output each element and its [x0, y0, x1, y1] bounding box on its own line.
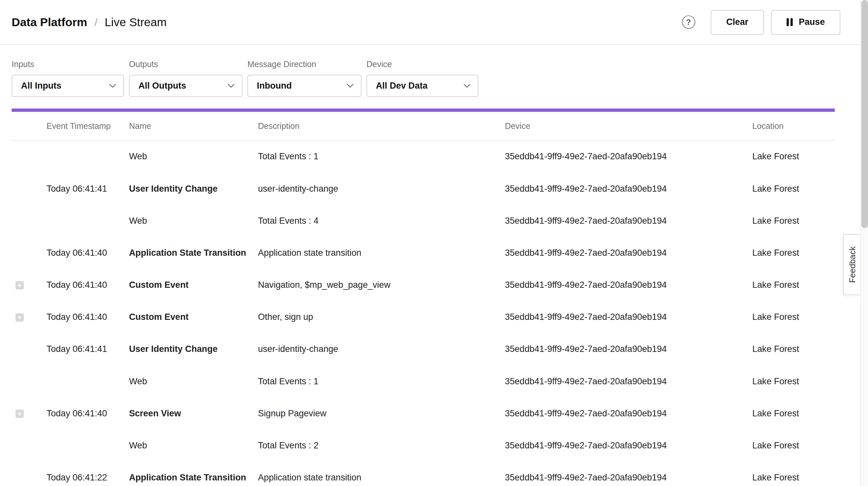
column-header-name: Name	[129, 121, 258, 131]
event-name: User Identity Change	[129, 184, 258, 193]
accent-bar	[12, 109, 835, 112]
expand-row-icon[interactable]: +	[16, 313, 24, 321]
event-timestamp: Today 06:41:40	[46, 408, 129, 418]
event-table-body: Web Total Events : 1 35eddb41-9ff9-49e2-…	[12, 141, 835, 486]
event-device-id: 35eddb41-9ff9-49e2-7aed-20afa90eb194	[505, 152, 752, 161]
outputs-select[interactable]: All Outputs	[129, 75, 242, 97]
column-header-timestamp: Event Timestamp	[46, 121, 129, 131]
help-icon[interactable]: ?	[682, 16, 695, 29]
event-device-id: 35eddb41-9ff9-49e2-7aed-20afa90eb194	[505, 441, 752, 450]
event-device-id: 35eddb41-9ff9-49e2-7aed-20afa90eb194	[505, 344, 752, 354]
event-description: Application state transition	[258, 473, 505, 482]
pause-button-label: Pause	[799, 17, 825, 27]
device-select-value: All Dev Data	[376, 81, 428, 91]
live-stream-table: Event Timestamp Name Description Device …	[12, 112, 835, 486]
page-title: Live Stream	[105, 16, 167, 29]
event-location: Lake Forest	[752, 312, 835, 322]
event-device-id: 35eddb41-9ff9-49e2-7aed-20afa90eb194	[505, 408, 752, 418]
table-row[interactable]: Today 06:41:41 User Identity Change user…	[12, 333, 835, 365]
device-select[interactable]: All Dev Data	[367, 75, 478, 97]
event-location: Lake Forest	[752, 473, 835, 482]
event-name: Screen View	[129, 408, 258, 418]
live-stream-page: Data Platform / Live Stream ? Clear Paus…	[0, 0, 868, 486]
event-name: Web	[129, 216, 258, 226]
expand-row-icon[interactable]: +	[16, 409, 24, 418]
chevron-down-icon	[463, 84, 471, 88]
event-location: Lake Forest	[752, 344, 835, 354]
filter-inputs-label: Inputs	[12, 59, 124, 69]
message-direction-select-value: Inbound	[257, 81, 292, 91]
filter-message-direction: Message Direction Inbound	[248, 59, 362, 97]
event-name: Custom Event	[129, 312, 258, 322]
event-description: Total Events : 2	[258, 441, 505, 450]
event-location: Lake Forest	[752, 248, 835, 258]
event-description: Total Events : 1	[258, 152, 505, 161]
table-row[interactable]: Web Total Events : 1 35eddb41-9ff9-49e2-…	[12, 141, 835, 173]
outputs-select-value: All Outputs	[138, 81, 186, 91]
table-row[interactable]: + Today 06:41:40 Custom Event Other, sig…	[12, 301, 835, 333]
event-description: user-identity-change	[258, 344, 505, 354]
event-device-id: 35eddb41-9ff9-49e2-7aed-20afa90eb194	[505, 184, 752, 193]
table-row[interactable]: Today 06:41:40 Application State Transit…	[12, 237, 835, 269]
event-name: Web	[129, 441, 258, 450]
chevron-down-icon	[228, 84, 235, 88]
pause-button[interactable]: Pause	[771, 10, 840, 35]
vertical-scrollbar[interactable]	[860, 0, 868, 486]
event-name: Custom Event	[129, 280, 258, 290]
scrollbar-thumb[interactable]	[862, 0, 868, 228]
breadcrumb: Data Platform / Live Stream	[12, 16, 167, 29]
table-row[interactable]: Web Total Events : 2 35eddb41-9ff9-49e2-…	[12, 429, 835, 461]
event-device-id: 35eddb41-9ff9-49e2-7aed-20afa90eb194	[505, 312, 752, 322]
event-location: Lake Forest	[752, 216, 835, 226]
event-device-id: 35eddb41-9ff9-49e2-7aed-20afa90eb194	[505, 473, 752, 482]
breadcrumb-data-platform[interactable]: Data Platform	[12, 16, 87, 29]
column-header-location: Location	[752, 121, 835, 131]
filter-device-label: Device	[367, 59, 478, 69]
event-location: Lake Forest	[752, 184, 835, 193]
filter-outputs: Outputs All Outputs	[129, 59, 242, 97]
filter-inputs: Inputs All Inputs	[12, 59, 124, 97]
expand-row-icon[interactable]: +	[16, 281, 24, 289]
event-location: Lake Forest	[752, 152, 835, 161]
table-row[interactable]: + Today 06:41:40 Custom Event Navigation…	[12, 269, 835, 301]
event-name: Application State Transition	[129, 248, 258, 258]
table-row[interactable]: Today 06:41:41 User Identity Change user…	[12, 173, 835, 205]
pause-icon	[786, 18, 793, 26]
event-description: Signup Pageview	[258, 408, 505, 418]
event-timestamp: Today 06:41:40	[46, 280, 129, 290]
chevron-down-icon	[347, 84, 354, 88]
event-device-id: 35eddb41-9ff9-49e2-7aed-20afa90eb194	[505, 280, 752, 290]
event-description: Application state transition	[258, 248, 505, 258]
event-timestamp: Today 06:41:22	[46, 473, 129, 482]
clear-button[interactable]: Clear	[711, 10, 764, 35]
event-device-id: 35eddb41-9ff9-49e2-7aed-20afa90eb194	[505, 376, 752, 386]
feedback-tab[interactable]: Feedback	[843, 234, 860, 295]
event-location: Lake Forest	[752, 280, 835, 290]
filter-message-direction-label: Message Direction	[248, 59, 362, 69]
table-row[interactable]: Today 06:41:22 Application State Transit…	[12, 462, 835, 486]
column-header-device: Device	[505, 121, 752, 131]
inputs-select-value: All Inputs	[21, 81, 61, 91]
message-direction-select[interactable]: Inbound	[248, 75, 362, 97]
feedback-tab-label: Feedback	[847, 246, 857, 283]
table-header-row: Event Timestamp Name Description Device …	[12, 112, 835, 141]
event-timestamp: Today 06:41:41	[46, 344, 129, 354]
table-row[interactable]: + Today 06:41:40 Screen View Signup Page…	[12, 397, 835, 429]
inputs-select[interactable]: All Inputs	[12, 75, 124, 97]
event-description: Total Events : 1	[258, 376, 505, 386]
event-timestamp: Today 06:41:41	[46, 184, 129, 193]
filter-device: Device All Dev Data	[367, 59, 478, 97]
event-description: Other, sign up	[258, 312, 505, 322]
table-row[interactable]: Web Total Events : 1 35eddb41-9ff9-49e2-…	[12, 365, 835, 397]
event-location: Lake Forest	[752, 441, 835, 450]
filter-bar: Inputs All Inputs Outputs All Outputs Me…	[0, 45, 868, 97]
top-bar-actions: ? Clear Pause	[682, 10, 840, 35]
event-description: Navigation, $mp_web_page_view	[258, 280, 505, 290]
event-name: Application State Transition	[129, 473, 258, 482]
event-device-id: 35eddb41-9ff9-49e2-7aed-20afa90eb194	[505, 248, 752, 258]
table-row[interactable]: Web Total Events : 4 35eddb41-9ff9-49e2-…	[12, 205, 835, 237]
event-name: Web	[129, 376, 258, 386]
event-timestamp: Today 06:41:40	[46, 312, 129, 322]
event-timestamp: Today 06:41:40	[46, 248, 129, 258]
event-description: user-identity-change	[258, 184, 505, 193]
